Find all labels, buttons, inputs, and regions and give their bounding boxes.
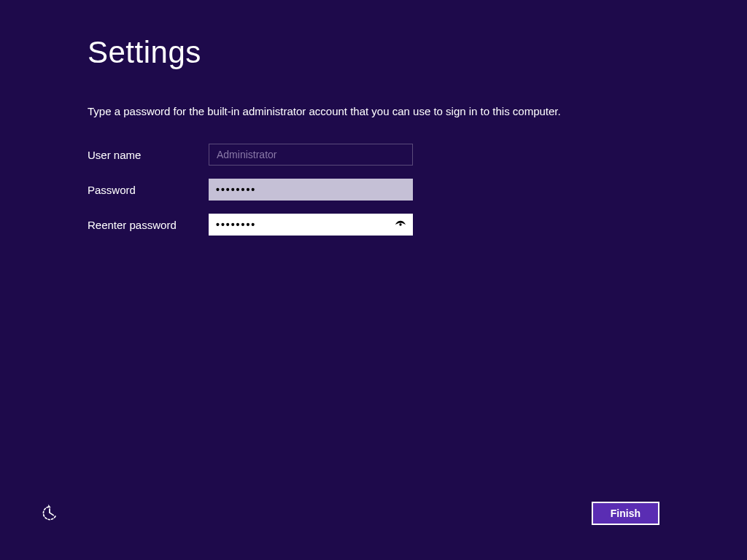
- reenter-password-label: Reenter password: [88, 219, 209, 231]
- reveal-password-icon[interactable]: [394, 218, 407, 231]
- username-row: User name: [88, 144, 659, 166]
- instruction-text: Type a password for the built-in adminis…: [88, 105, 659, 117]
- reenter-password-input[interactable]: [209, 214, 413, 236]
- password-label: Password: [88, 184, 209, 196]
- password-input[interactable]: [209, 179, 413, 201]
- finish-button[interactable]: Finish: [592, 502, 659, 525]
- page-title: Settings: [88, 35, 659, 70]
- reenter-password-row: Reenter password: [88, 214, 659, 236]
- username-label: User name: [88, 149, 209, 161]
- svg-point-0: [399, 223, 401, 225]
- ease-of-access-icon[interactable]: [39, 503, 60, 524]
- password-row: Password: [88, 179, 659, 201]
- username-input: [209, 144, 413, 166]
